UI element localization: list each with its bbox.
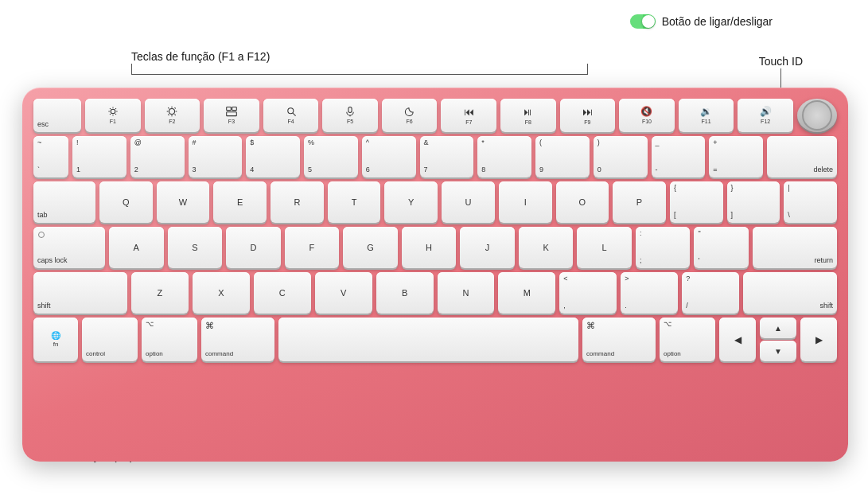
key-command-left[interactable]: ⌘ command [201,318,274,361]
key-f12[interactable]: 🔊 F12 [738,99,793,132]
key-j[interactable]: J [460,227,515,268]
key-quote[interactable]: " ' [694,227,749,268]
svg-line-17 [169,115,169,115]
key-f6[interactable]: F6 [382,99,438,132]
key-shift-left[interactable]: shift [33,272,127,314]
svg-line-14 [169,107,169,108]
key-close-bracket[interactable]: } ] [727,181,780,223]
key-command-right[interactable]: ⌘ command [582,318,656,361]
key-9[interactable]: ( 9 [535,136,590,177]
key-2[interactable]: @ 2 [130,136,185,177]
key-slash[interactable]: ? / [682,272,739,314]
key-arrow-up[interactable]: ▲ [760,318,796,338]
key-f4[interactable]: F4 [263,99,319,132]
key-c[interactable]: C [254,272,311,314]
key-f10[interactable]: 🔇 F10 [619,99,675,132]
key-minus[interactable]: _ - [652,136,706,177]
key-d[interactable]: D [226,227,281,268]
key-control[interactable]: control [82,318,138,361]
key-comma[interactable]: < , [559,272,617,314]
key-period[interactable]: > . [621,272,678,314]
key-1[interactable]: ! 1 [72,136,127,177]
key-t[interactable]: T [328,181,381,223]
key-k[interactable]: K [519,227,574,268]
key-w[interactable]: W [157,181,210,223]
key-o[interactable]: O [556,181,609,223]
key-x[interactable]: X [193,272,250,314]
key-q[interactable]: Q [99,181,153,223]
key-l[interactable]: L [577,227,632,268]
key-4[interactable]: $ 4 [246,136,300,177]
key-m[interactable]: M [498,272,555,314]
key-f[interactable]: F [285,227,340,268]
svg-rect-18 [227,107,232,111]
key-f8[interactable]: ⏯ F8 [500,99,556,132]
key-tilde[interactable]: ~ ` [33,136,68,177]
key-i[interactable]: I [499,181,552,223]
key-option-left[interactable]: ⌥ option [142,318,197,361]
power-toggle[interactable] [630,14,656,29]
key-v[interactable]: V [315,272,372,314]
function-keys-annotation: Teclas de função (F1 a F12) [131,49,270,64]
key-f11[interactable]: 🔉 F11 [679,99,734,132]
key-delete[interactable]: delete [767,136,837,177]
touch-id-label: Touch ID [759,55,803,68]
key-arrow-left[interactable]: ◀ [719,318,756,361]
key-f3[interactable]: F3 [204,99,259,132]
key-f9[interactable]: ⏭ F9 [560,99,616,132]
key-r[interactable]: R [271,181,324,223]
asdf-row: caps lock A S D F G H J [33,227,837,268]
key-shift-right[interactable]: shift [743,272,837,314]
key-arrow-right[interactable]: ▶ [800,318,837,361]
key-space[interactable] [278,318,578,361]
key-z[interactable]: Z [131,272,189,314]
key-return[interactable]: return [753,227,837,268]
key-s[interactable]: S [168,227,223,268]
key-backslash[interactable]: | \ [784,181,837,223]
svg-line-6 [115,114,116,115]
key-h[interactable]: H [402,227,457,268]
svg-rect-23 [348,107,352,113]
key-semicolon[interactable]: : ; [636,227,691,268]
keyboard: esc F1 F2 F3 F4 [22,88,848,462]
key-f2[interactable]: F2 [145,99,200,132]
svg-line-15 [175,115,176,115]
key-7[interactable]: & 7 [420,136,474,177]
key-f7[interactable]: ⏮ F7 [441,99,496,132]
key-f5[interactable]: F5 [322,99,378,132]
svg-line-8 [110,114,111,115]
key-tab[interactable]: tab [33,181,95,223]
key-0[interactable]: ) 0 [594,136,648,177]
qwerty-row: tab Q W E R T Y U I [33,181,837,223]
key-fn-globe[interactable]: 🌐 fn [33,318,78,361]
key-f1[interactable]: F1 [85,99,141,132]
touch-id-annotation: Touch ID [759,54,803,68]
function-key-row: esc F1 F2 F3 F4 [33,99,837,132]
key-b[interactable]: B [376,272,434,314]
svg-point-9 [169,109,175,115]
key-y[interactable]: Y [384,181,438,223]
power-button-area: Botão de ligar/desligar [630,14,773,29]
arrow-up-down-cluster: ▲ ▼ [760,318,796,361]
key-p[interactable]: P [613,181,666,223]
key-a[interactable]: A [109,227,164,268]
key-open-bracket[interactable]: { [ [670,181,723,223]
key-8[interactable]: * 8 [477,136,531,177]
key-option-right[interactable]: ⌥ option [660,318,715,361]
scene: Botão de ligar/desligar Touch ID Teclas … [0,0,868,495]
svg-line-16 [175,107,176,108]
key-caps-lock[interactable]: caps lock [33,227,105,268]
key-equals[interactable]: + = [709,136,763,177]
key-u[interactable]: U [442,181,495,223]
key-e[interactable]: E [213,181,267,223]
key-5[interactable]: % 5 [304,136,358,177]
key-esc[interactable]: esc [33,99,81,132]
key-arrow-down[interactable]: ▼ [760,341,796,361]
key-3[interactable]: # 3 [189,136,243,177]
svg-rect-20 [227,112,237,116]
number-row: ~ ` ! 1 @ 2 # 3 $ 4 [33,136,837,177]
key-g[interactable]: G [343,227,398,268]
key-n[interactable]: N [438,272,495,314]
key-6[interactable]: ^ 6 [362,136,416,177]
key-touch-id[interactable] [797,99,837,132]
